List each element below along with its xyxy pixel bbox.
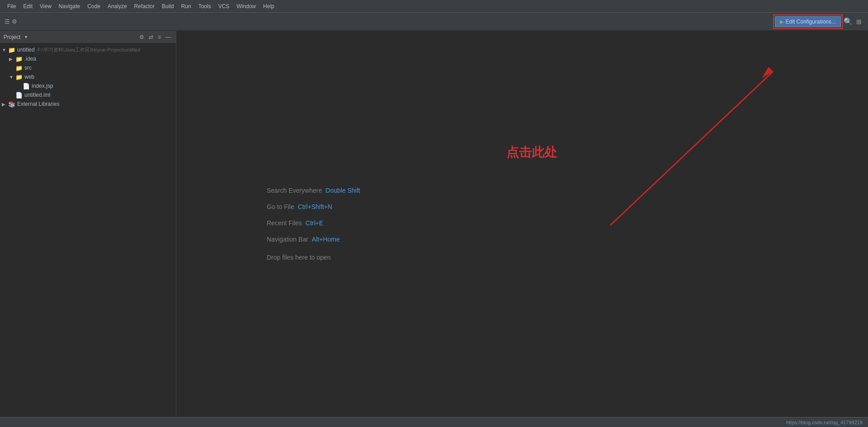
jsp-file-icon: 📄 [23, 82, 30, 90]
sidebar-title: Project [4, 34, 20, 40]
src-folder-icon: 📁 [15, 64, 23, 71]
sidebar-minimize-icon[interactable]: — [164, 33, 172, 41]
menu-bar: File Edit View Navigate Code Analyze Ref… [0, 0, 868, 13]
shortcut-key-nav: Alt+Home [312, 236, 340, 243]
tree-item-index-jsp[interactable]: 📄 index.jsp [0, 81, 176, 90]
editor-area: Search Everywhere Double Shift Go to Fil… [176, 31, 868, 417]
shortcut-label-goto: Go to File [267, 203, 294, 210]
tree-item-untitled[interactable]: ▼ 📁 untitled F:\学习资料\Java工作区\Hoyue-Proje… [0, 45, 176, 54]
folder-icon-untitled: 📁 [8, 46, 15, 53]
web-folder-icon: 📁 [15, 73, 23, 81]
sidebar-header-left: Project ▾ [4, 34, 27, 40]
tree-arrow-external: ▶ [2, 102, 8, 107]
menu-refactor[interactable]: Refactor [131, 2, 158, 10]
toolbar-left: ☰ ⚙ [4, 18, 18, 25]
menu-view[interactable]: View [36, 2, 55, 10]
toolbar-icon-1[interactable]: ☰ [4, 18, 11, 25]
menu-edit[interactable]: Edit [19, 2, 36, 10]
tree-item-idea[interactable]: ▶ 📁 .idea [0, 54, 176, 63]
svg-marker-1 [762, 67, 773, 78]
sidebar-settings-icon[interactable]: ≡ [156, 33, 162, 41]
shortcut-key-search: Double Shift [326, 187, 360, 194]
shortcut-label-recent: Recent Files [267, 219, 302, 227]
shortcut-drop-files: Drop files here to open [267, 252, 360, 261]
menu-code[interactable]: Code [84, 2, 104, 10]
shortcut-label-nav: Navigation Bar [267, 236, 308, 243]
idea-folder-icon: 📁 [15, 55, 23, 62]
tree-arrow-index-jsp [16, 84, 23, 89]
tree-item-src[interactable]: 📁 src [0, 63, 176, 72]
main-layout: Project ▾ ⚙ ⇄ ≡ — ▼ 📁 untitled F:\学习资料\J… [0, 31, 868, 417]
status-url: https://blog.csdn.net/qq_41799219 [786, 420, 863, 425]
project-structure-icon[interactable]: ⊞ [855, 18, 863, 25]
tree-label-iml: untitled.iml [24, 92, 50, 98]
tree-item-web[interactable]: ▼ 📁 web [0, 72, 176, 81]
status-bar: https://blog.csdn.net/qq_41799219 [0, 417, 868, 427]
tree-label-index-jsp: index.jsp [32, 83, 53, 89]
shortcut-navigation-bar: Navigation Bar Alt+Home [267, 236, 360, 243]
toolbar: ☰ ⚙ ▶ Edit Configurations... 🔍 ⊞ [0, 13, 868, 31]
sidebar-dropdown-arrow[interactable]: ▾ [25, 34, 27, 39]
tree-label-idea: .idea [24, 56, 36, 62]
shortcut-label-search: Search Everywhere [267, 187, 322, 194]
edit-configurations-button[interactable]: ▶ Edit Configurations... [775, 16, 841, 27]
shortcut-key-recent: Ctrl+E [306, 219, 323, 227]
menu-help[interactable]: Help [259, 2, 278, 10]
sidebar-header: Project ▾ ⚙ ⇄ ≡ — [0, 31, 176, 43]
menu-run[interactable]: Run [178, 2, 195, 10]
svg-line-0 [610, 71, 773, 225]
tree-item-iml[interactable]: 📄 untitled.iml [0, 90, 176, 100]
drop-files-text: Drop files here to open [267, 254, 331, 261]
tree-label-external: External Libraries [17, 101, 59, 107]
tree-item-external-libraries[interactable]: ▶ 📚 External Libraries [0, 100, 176, 109]
tree-arrow-untitled: ▼ [2, 47, 8, 52]
sidebar-header-right: ⚙ ⇄ ≡ — [138, 33, 172, 41]
sidebar-tree: ▼ 📁 untitled F:\学习资料\Java工作区\Hoyue-Proje… [0, 43, 176, 417]
menu-window[interactable]: Window [233, 2, 259, 10]
menu-vcs[interactable]: VCS [215, 2, 233, 10]
external-libs-icon: 📚 [8, 100, 15, 108]
tree-label-src: src [24, 65, 32, 71]
sidebar-sync-icon[interactable]: ⇄ [147, 33, 155, 41]
tree-arrow-idea: ▶ [9, 57, 15, 62]
menu-file[interactable]: File [4, 2, 19, 10]
click-here-annotation: 点击此处 [506, 144, 557, 161]
iml-file-icon: 📄 [15, 91, 23, 99]
menu-navigate[interactable]: Navigate [55, 2, 84, 10]
menu-build[interactable]: Build [158, 2, 178, 10]
toolbar-right: ▶ Edit Configurations... 🔍 ⊞ [775, 16, 863, 27]
toolbar-icon-2[interactable]: ⚙ [11, 18, 18, 25]
shortcut-go-to-file: Go to File Ctrl+Shift+N [267, 203, 360, 210]
sidebar-cog-icon[interactable]: ⚙ [138, 33, 146, 41]
menu-analyze[interactable]: Analyze [104, 2, 131, 10]
edit-config-icon: ▶ [780, 19, 784, 25]
tree-path-untitled: F:\学习资料\Java工作区\Hoyue-Project\untitled [38, 47, 140, 53]
shortcut-recent-files: Recent Files Ctrl+E [267, 219, 360, 227]
search-everywhere-icon[interactable]: 🔍 [844, 18, 852, 25]
tree-label-untitled: untitled [17, 47, 35, 53]
tree-arrow-iml [9, 93, 15, 98]
shortcut-list: Search Everywhere Double Shift Go to Fil… [267, 187, 360, 261]
sidebar: Project ▾ ⚙ ⇄ ≡ — ▼ 📁 untitled F:\学习资料\J… [0, 31, 176, 417]
tree-arrow-src [9, 66, 15, 71]
shortcut-search-everywhere: Search Everywhere Double Shift [267, 187, 360, 194]
menu-tools[interactable]: Tools [195, 2, 215, 10]
shortcut-key-goto: Ctrl+Shift+N [298, 203, 332, 210]
tree-label-web: web [24, 74, 34, 80]
tree-arrow-web: ▼ [9, 75, 15, 80]
edit-config-label: Edit Configurations... [786, 19, 836, 25]
